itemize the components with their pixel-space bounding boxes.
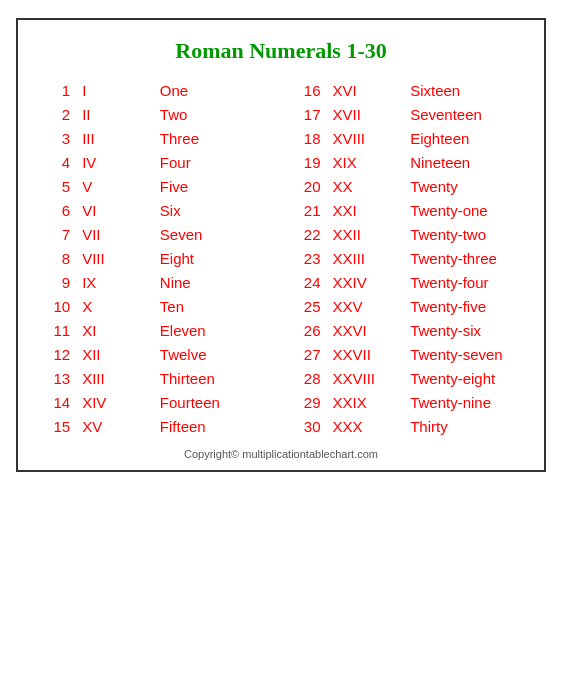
word-right: Nineteen <box>406 150 520 174</box>
num-right: 30 <box>292 414 326 438</box>
word-right: Twenty-one <box>406 198 520 222</box>
num-left: 9 <box>42 270 76 294</box>
table-row: 11 XI Eleven 26 XXVI Twenty-six <box>42 318 520 342</box>
num-left: 3 <box>42 126 76 150</box>
table-row: 7 VII Seven 22 XXII Twenty-two <box>42 222 520 246</box>
word-right: Twenty-five <box>406 294 520 318</box>
roman-left: III <box>76 126 156 150</box>
roman-right: XXX <box>326 414 406 438</box>
word-left: Four <box>156 150 270 174</box>
roman-left: IV <box>76 150 156 174</box>
num-right: 17 <box>292 102 326 126</box>
word-right: Twenty-two <box>406 222 520 246</box>
word-left: One <box>156 78 270 102</box>
roman-right: XXVIII <box>326 366 406 390</box>
roman-right: XXVII <box>326 342 406 366</box>
roman-right: XVIII <box>326 126 406 150</box>
table-wrap: 1 I One 16 XVI Sixteen 2 II Two 17 XVII … <box>42 78 520 438</box>
word-right: Twenty-seven <box>406 342 520 366</box>
table-row: 14 XIV Fourteen 29 XXIX Twenty-nine <box>42 390 520 414</box>
num-right: 27 <box>292 342 326 366</box>
roman-right: XXI <box>326 198 406 222</box>
num-right: 21 <box>292 198 326 222</box>
table-row: 3 III Three 18 XVIII Eighteen <box>42 126 520 150</box>
word-right: Twenty-nine <box>406 390 520 414</box>
roman-left: VIII <box>76 246 156 270</box>
roman-left: X <box>76 294 156 318</box>
table-row: 13 XIII Thirteen 28 XXVIII Twenty-eight <box>42 366 520 390</box>
roman-left: XIII <box>76 366 156 390</box>
roman-left: I <box>76 78 156 102</box>
word-left: Fourteen <box>156 390 270 414</box>
table-row: 8 VIII Eight 23 XXIII Twenty-three <box>42 246 520 270</box>
num-left: 14 <box>42 390 76 414</box>
roman-right: XVII <box>326 102 406 126</box>
word-right: Thirty <box>406 414 520 438</box>
table-row: 5 V Five 20 XX Twenty <box>42 174 520 198</box>
roman-left: VII <box>76 222 156 246</box>
roman-right: XX <box>326 174 406 198</box>
word-right: Seventeen <box>406 102 520 126</box>
word-right: Twenty-six <box>406 318 520 342</box>
num-left: 15 <box>42 414 76 438</box>
table-row: 4 IV Four 19 XIX Nineteen <box>42 150 520 174</box>
num-left: 12 <box>42 342 76 366</box>
num-right: 19 <box>292 150 326 174</box>
table-row: 15 XV Fifteen 30 XXX Thirty <box>42 414 520 438</box>
word-right: Sixteen <box>406 78 520 102</box>
table-row: 2 II Two 17 XVII Seventeen <box>42 102 520 126</box>
main-card: Roman Numerals 1-30 1 I One 16 XVI Sixte… <box>16 18 546 472</box>
num-left: 8 <box>42 246 76 270</box>
word-right: Twenty-three <box>406 246 520 270</box>
page-title: Roman Numerals 1-30 <box>42 38 520 64</box>
num-right: 26 <box>292 318 326 342</box>
num-right: 29 <box>292 390 326 414</box>
table-row: 9 IX Nine 24 XXIV Twenty-four <box>42 270 520 294</box>
roman-right: XXIV <box>326 270 406 294</box>
roman-right: XXV <box>326 294 406 318</box>
num-left: 6 <box>42 198 76 222</box>
num-left: 5 <box>42 174 76 198</box>
word-left: Nine <box>156 270 270 294</box>
word-left: Eight <box>156 246 270 270</box>
roman-left: XV <box>76 414 156 438</box>
word-left: Seven <box>156 222 270 246</box>
roman-left: V <box>76 174 156 198</box>
roman-left: II <box>76 102 156 126</box>
word-left: Six <box>156 198 270 222</box>
num-left: 7 <box>42 222 76 246</box>
num-right: 20 <box>292 174 326 198</box>
roman-left: XI <box>76 318 156 342</box>
num-left: 2 <box>42 102 76 126</box>
word-right: Twenty <box>406 174 520 198</box>
roman-right: XIX <box>326 150 406 174</box>
num-right: 25 <box>292 294 326 318</box>
table-row: 10 X Ten 25 XXV Twenty-five <box>42 294 520 318</box>
word-left: Twelve <box>156 342 270 366</box>
roman-right: XXVI <box>326 318 406 342</box>
word-left: Three <box>156 126 270 150</box>
table-row: 12 XII Twelve 27 XXVII Twenty-seven <box>42 342 520 366</box>
word-left: Two <box>156 102 270 126</box>
word-left: Eleven <box>156 318 270 342</box>
copyright-text: Copyright© multiplicationtablechart.com <box>42 448 520 460</box>
num-right: 18 <box>292 126 326 150</box>
roman-left: XIV <box>76 390 156 414</box>
roman-right: XXIX <box>326 390 406 414</box>
roman-right: XVI <box>326 78 406 102</box>
word-right: Twenty-eight <box>406 366 520 390</box>
num-left: 10 <box>42 294 76 318</box>
table-row: 6 VI Six 21 XXI Twenty-one <box>42 198 520 222</box>
num-left: 13 <box>42 366 76 390</box>
word-left: Fifteen <box>156 414 270 438</box>
word-left: Thirteen <box>156 366 270 390</box>
roman-left: XII <box>76 342 156 366</box>
num-right: 24 <box>292 270 326 294</box>
word-left: Five <box>156 174 270 198</box>
roman-right: XXIII <box>326 246 406 270</box>
num-left: 11 <box>42 318 76 342</box>
roman-left: VI <box>76 198 156 222</box>
num-left: 1 <box>42 78 76 102</box>
num-right: 16 <box>292 78 326 102</box>
table-row: 1 I One 16 XVI Sixteen <box>42 78 520 102</box>
